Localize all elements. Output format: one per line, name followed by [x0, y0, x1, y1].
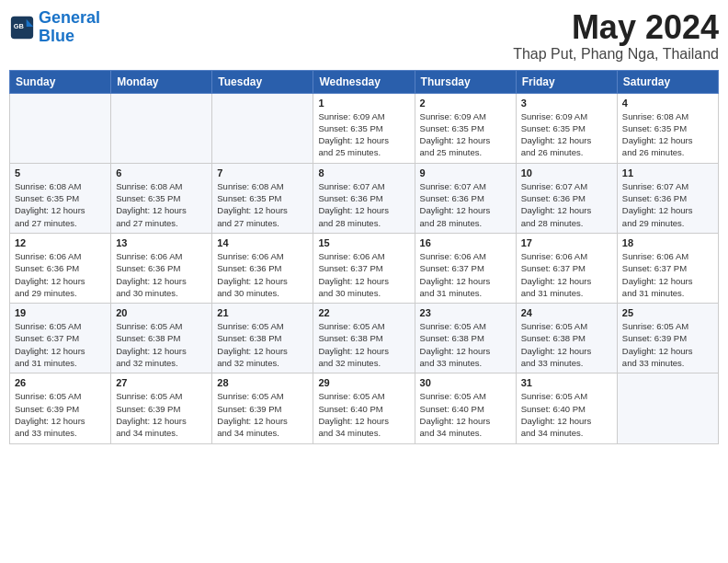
calendar-cell: 29Sunrise: 6:05 AM Sunset: 6:40 PM Dayli…: [313, 373, 415, 443]
day-number: 27: [116, 377, 207, 388]
day-number: 28: [217, 377, 308, 388]
day-info: Sunrise: 6:05 AM Sunset: 6:39 PM Dayligh…: [15, 390, 106, 439]
calendar-cell: 24Sunrise: 6:05 AM Sunset: 6:38 PM Dayli…: [516, 304, 617, 373]
calendar-table: SundayMondayTuesdayWednesdayThursdayFrid…: [9, 70, 719, 444]
day-number: 17: [521, 237, 612, 248]
day-number: 10: [521, 167, 612, 178]
day-info: Sunrise: 6:06 AM Sunset: 6:36 PM Dayligh…: [217, 250, 308, 299]
day-info: Sunrise: 6:05 AM Sunset: 6:38 PM Dayligh…: [318, 320, 409, 369]
day-number: 16: [420, 237, 511, 248]
day-number: 8: [318, 167, 409, 178]
day-info: Sunrise: 6:09 AM Sunset: 6:35 PM Dayligh…: [521, 110, 612, 159]
day-number: 24: [521, 307, 612, 318]
day-info: Sunrise: 6:05 AM Sunset: 6:38 PM Dayligh…: [116, 320, 207, 369]
calendar-cell: 5Sunrise: 6:08 AM Sunset: 6:35 PM Daylig…: [10, 163, 111, 233]
calendar-header: SundayMondayTuesdayWednesdayThursdayFrid…: [10, 70, 719, 93]
calendar-cell: [10, 93, 111, 163]
calendar-cell: [111, 93, 212, 163]
day-number: 14: [217, 237, 308, 248]
day-info: Sunrise: 6:07 AM Sunset: 6:36 PM Dayligh…: [622, 180, 713, 229]
calendar-cell: 7Sunrise: 6:08 AM Sunset: 6:35 PM Daylig…: [212, 163, 313, 233]
day-number: 1: [318, 98, 409, 109]
day-number: 11: [622, 167, 713, 178]
day-of-week-header: Thursday: [415, 70, 516, 93]
day-number: 5: [15, 167, 106, 178]
calendar-cell: 27Sunrise: 6:05 AM Sunset: 6:39 PM Dayli…: [111, 373, 212, 443]
calendar-cell: 17Sunrise: 6:06 AM Sunset: 6:37 PM Dayli…: [516, 233, 617, 303]
calendar-cell: 19Sunrise: 6:05 AM Sunset: 6:37 PM Dayli…: [10, 304, 111, 373]
calendar-cell: 20Sunrise: 6:05 AM Sunset: 6:38 PM Dayli…: [111, 304, 212, 373]
day-number: 20: [116, 307, 207, 318]
day-info: Sunrise: 6:05 AM Sunset: 6:39 PM Dayligh…: [217, 390, 308, 439]
day-info: Sunrise: 6:06 AM Sunset: 6:36 PM Dayligh…: [116, 250, 207, 299]
day-number: 29: [318, 377, 409, 388]
calendar-cell: 11Sunrise: 6:07 AM Sunset: 6:36 PM Dayli…: [617, 163, 718, 233]
month-title: May 2024: [513, 9, 719, 46]
day-number: 18: [622, 237, 713, 248]
day-number: 25: [622, 307, 713, 318]
day-info: Sunrise: 6:06 AM Sunset: 6:37 PM Dayligh…: [318, 250, 409, 299]
calendar-cell: 25Sunrise: 6:05 AM Sunset: 6:39 PM Dayli…: [617, 304, 718, 373]
calendar-cell: 3Sunrise: 6:09 AM Sunset: 6:35 PM Daylig…: [516, 93, 617, 163]
calendar-cell: 10Sunrise: 6:07 AM Sunset: 6:36 PM Dayli…: [516, 163, 617, 233]
calendar-cell: 13Sunrise: 6:06 AM Sunset: 6:36 PM Dayli…: [111, 233, 212, 303]
calendar-cell: 4Sunrise: 6:08 AM Sunset: 6:35 PM Daylig…: [617, 93, 718, 163]
day-info: Sunrise: 6:05 AM Sunset: 6:38 PM Dayligh…: [521, 320, 612, 369]
day-number: 9: [420, 167, 511, 178]
page-header: GB General Blue May 2024 Thap Put, Phang…: [9, 9, 719, 63]
day-number: 26: [15, 377, 106, 388]
day-info: Sunrise: 6:08 AM Sunset: 6:35 PM Dayligh…: [116, 180, 207, 229]
logo-icon: GB: [9, 15, 35, 40]
day-info: Sunrise: 6:06 AM Sunset: 6:36 PM Dayligh…: [15, 250, 106, 299]
calendar-cell: 8Sunrise: 6:07 AM Sunset: 6:36 PM Daylig…: [313, 163, 415, 233]
day-info: Sunrise: 6:05 AM Sunset: 6:38 PM Dayligh…: [420, 320, 511, 369]
day-info: Sunrise: 6:05 AM Sunset: 6:39 PM Dayligh…: [622, 320, 713, 369]
day-number: 13: [116, 237, 207, 248]
day-info: Sunrise: 6:06 AM Sunset: 6:37 PM Dayligh…: [420, 250, 511, 299]
location-title: Thap Put, Phang Nga, Thailand: [513, 46, 719, 63]
day-info: Sunrise: 6:07 AM Sunset: 6:36 PM Dayligh…: [318, 180, 409, 229]
day-number: 19: [15, 307, 106, 318]
day-number: 31: [521, 377, 612, 388]
calendar-cell: 9Sunrise: 6:07 AM Sunset: 6:36 PM Daylig…: [415, 163, 516, 233]
calendar-cell: [212, 93, 313, 163]
day-of-week-header: Wednesday: [313, 70, 415, 93]
calendar-week-row: 19Sunrise: 6:05 AM Sunset: 6:37 PM Dayli…: [10, 304, 719, 373]
day-info: Sunrise: 6:05 AM Sunset: 6:39 PM Dayligh…: [116, 390, 207, 439]
day-info: Sunrise: 6:06 AM Sunset: 6:37 PM Dayligh…: [521, 250, 612, 299]
calendar-cell: 28Sunrise: 6:05 AM Sunset: 6:39 PM Dayli…: [212, 373, 313, 443]
day-number: 12: [15, 237, 106, 248]
day-number: 3: [521, 98, 612, 109]
svg-text:GB: GB: [14, 22, 25, 30]
day-info: Sunrise: 6:07 AM Sunset: 6:36 PM Dayligh…: [420, 180, 511, 229]
day-info: Sunrise: 6:05 AM Sunset: 6:40 PM Dayligh…: [420, 390, 511, 439]
day-of-week-header: Tuesday: [212, 70, 313, 93]
calendar-week-row: 26Sunrise: 6:05 AM Sunset: 6:39 PM Dayli…: [10, 373, 719, 443]
day-info: Sunrise: 6:09 AM Sunset: 6:35 PM Dayligh…: [420, 110, 511, 159]
calendar-cell: 15Sunrise: 6:06 AM Sunset: 6:37 PM Dayli…: [313, 233, 415, 303]
day-of-week-header: Sunday: [10, 70, 111, 93]
logo-line1: General: [39, 8, 100, 27]
calendar-cell: 31Sunrise: 6:05 AM Sunset: 6:40 PM Dayli…: [516, 373, 617, 443]
logo-text: General Blue: [39, 9, 100, 46]
day-of-week-header: Monday: [111, 70, 212, 93]
day-of-week-header: Friday: [516, 70, 617, 93]
days-of-week-row: SundayMondayTuesdayWednesdayThursdayFrid…: [10, 70, 719, 93]
calendar-cell: 21Sunrise: 6:05 AM Sunset: 6:38 PM Dayli…: [212, 304, 313, 373]
calendar-week-row: 1Sunrise: 6:09 AM Sunset: 6:35 PM Daylig…: [10, 93, 719, 163]
calendar-cell: 2Sunrise: 6:09 AM Sunset: 6:35 PM Daylig…: [415, 93, 516, 163]
day-number: 2: [420, 98, 511, 109]
logo: GB General Blue: [9, 9, 100, 46]
day-number: 23: [420, 307, 511, 318]
day-info: Sunrise: 6:05 AM Sunset: 6:40 PM Dayligh…: [521, 390, 612, 439]
day-number: 30: [420, 377, 511, 388]
calendar-cell: 23Sunrise: 6:05 AM Sunset: 6:38 PM Dayli…: [415, 304, 516, 373]
calendar-cell: 16Sunrise: 6:06 AM Sunset: 6:37 PM Dayli…: [415, 233, 516, 303]
day-info: Sunrise: 6:05 AM Sunset: 6:37 PM Dayligh…: [15, 320, 106, 369]
calendar-cell: [617, 373, 718, 443]
day-info: Sunrise: 6:05 AM Sunset: 6:38 PM Dayligh…: [217, 320, 308, 369]
calendar-cell: 18Sunrise: 6:06 AM Sunset: 6:37 PM Dayli…: [617, 233, 718, 303]
calendar-cell: 22Sunrise: 6:05 AM Sunset: 6:38 PM Dayli…: [313, 304, 415, 373]
day-number: 7: [217, 167, 308, 178]
calendar-cell: 26Sunrise: 6:05 AM Sunset: 6:39 PM Dayli…: [10, 373, 111, 443]
